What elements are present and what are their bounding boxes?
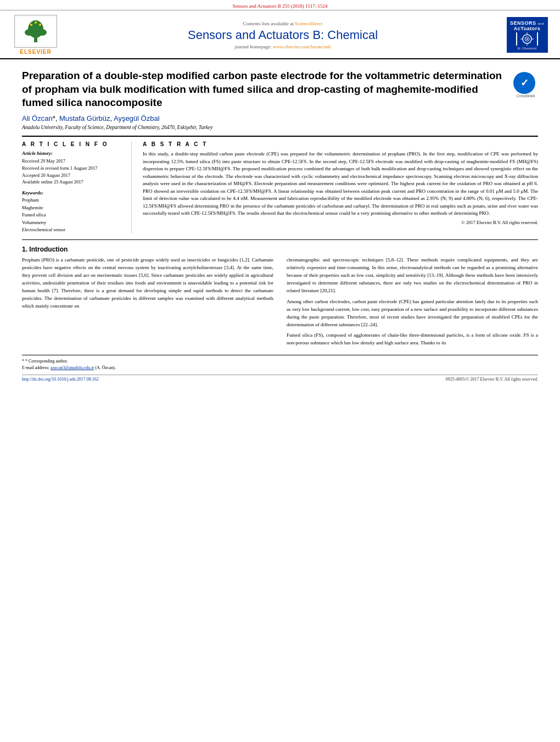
article-title-section: Preparation of a double-step modified ca… — [22, 69, 538, 110]
journal-homepage: journal homepage: www.elsevier.com/locat… — [66, 44, 500, 49]
svg-point-4 — [38, 29, 47, 36]
journal-title: Sensors and Actuators B: Chemical — [66, 28, 500, 42]
svg-point-7 — [39, 24, 41, 26]
author-ozcan[interactable]: Ali Özcan — [22, 114, 53, 122]
introduction-section: 1. Introduction Propham (PRO) is a carba… — [22, 246, 538, 350]
svg-text:✓: ✓ — [520, 77, 529, 88]
keywords-list: Propham Maghemite Fumed silica Voltammet… — [22, 197, 126, 234]
svg-point-3 — [25, 29, 33, 36]
copyright-text: © 2017 Elsevier B.V. All rights reserved… — [143, 220, 538, 225]
footnote-section: * * Corresponding author. E-mail address… — [22, 355, 538, 371]
sensors-actuators-logo: SENSORS andAcTuators B: Chemical — [505, 17, 549, 53]
svg-point-5 — [30, 24, 32, 26]
bottom-bar: http://dx.doi.org/10.1016/j.snb.2017.08.… — [22, 375, 538, 382]
keyword-3: Voltammetry — [22, 219, 126, 227]
crossmark-badge: ✓ CrossMark — [513, 72, 538, 97]
journal-header: ELSEVIER Contents lists available at Sci… — [0, 10, 560, 59]
issn-text: 0925-4005/© 2017 Elsevier B.V. All right… — [446, 377, 538, 382]
footnote-corresponding: * * Corresponding author. — [22, 358, 538, 365]
abstract-header: A B S T R A C T — [143, 141, 538, 147]
elsevier-text: ELSEVIER — [20, 49, 51, 55]
intro-para-right-2: Fumed silica (FS), composed of agglomera… — [287, 332, 538, 347]
author-gurbuz[interactable]: Mustafa Gürbüz — [59, 114, 110, 122]
crossmark-label: CrossMark — [513, 94, 538, 98]
journal-center: Contents lists available at ScienceDirec… — [60, 21, 505, 49]
sensors-logo-box: SENSORS andAcTuators B: Chemical — [507, 17, 548, 53]
abstract-col: A B S T R A C T In this study, a double-… — [143, 141, 538, 234]
section-divider — [22, 239, 538, 240]
keyword-0: Propham — [22, 197, 126, 204]
intro-right-col: chromatographic and spectroscopic techni… — [287, 256, 538, 350]
section-title: 1. Introduction — [22, 246, 538, 253]
email-name: (A. Özcan). — [95, 365, 116, 370]
intro-body: Propham (PRO) is a carbamate pesticide, … — [22, 256, 538, 350]
email-label: E-mail address: — [22, 365, 49, 370]
article-info-col: A R T I C L E I N F O Article history: R… — [22, 141, 132, 234]
main-content: Preparation of a double-step modified ca… — [0, 59, 560, 387]
homepage-link[interactable]: www.elsevier.com/locate/snb — [273, 44, 331, 49]
footnote-corresponding-text: * Corresponding author. — [25, 359, 68, 364]
history-label: Article history: — [22, 150, 126, 156]
article-info-header: A R T I C L E I N F O — [22, 141, 126, 147]
crossmark-circle: ✓ — [513, 72, 535, 94]
page: Sensors and Actuators B 255 (2018) 1517–… — [0, 0, 560, 742]
intro-para-0: Propham (PRO) is a carbamate pesticide, … — [22, 256, 273, 310]
history-item-0: Received 29 May 2017 — [22, 158, 126, 165]
sensors-logo-image — [516, 32, 538, 46]
authors-line: Ali Özcan*, Mustafa Gürbüz, Ayşegül Özba… — [22, 114, 538, 122]
journal-reference-bar: Sensors and Actuators B 255 (2018) 1517–… — [0, 0, 560, 10]
svg-point-6 — [35, 21, 37, 24]
keyword-4: Electrochemical sensor — [22, 226, 126, 234]
abstract-text: In this study, a double-step modified ca… — [143, 150, 538, 217]
author-ozbal[interactable]: Ayşegül Özbal — [114, 114, 160, 122]
authors-text: Ali Özcan*, Mustafa Gürbüz, Ayşegül Özba… — [22, 114, 160, 122]
intro-left-col: Propham (PRO) is a carbamate pesticide, … — [22, 256, 273, 350]
elsevier-logo: ELSEVIER — [11, 15, 60, 55]
doi-link[interactable]: http://dx.doi.org/10.1016/j.snb.2017.08.… — [22, 377, 99, 382]
keywords-label: Keywords: — [22, 190, 126, 196]
history-item-2: Accepted 20 August 2017 — [22, 172, 126, 179]
journal-ref-text: Sensors and Actuators B 255 (2018) 1517–… — [233, 3, 328, 9]
science-direct-line: Contents lists available at ScienceDirec… — [66, 21, 500, 26]
footnote-email-line: E-mail address: aozcan3@anadolu.edu.tr (… — [22, 365, 538, 371]
sensors-logo-sub: B: Chemical — [518, 47, 537, 50]
history-list: Received 29 May 2017 Received in revised… — [22, 158, 126, 186]
affiliation: Anadolu University, Faculty of Science, … — [22, 125, 538, 130]
article-title: Preparation of a double-step modified ca… — [22, 69, 513, 110]
keyword-1: Maghemite — [22, 204, 126, 212]
email-link[interactable]: aozcan3@anadolu.edu.tr — [51, 365, 94, 370]
intro-para-right-1: Among other carbon electrodes, carbon pa… — [287, 298, 538, 329]
intro-para-right-0: chromatographic and spectroscopic techni… — [287, 256, 538, 295]
history-item-1: Received in revised form 1 August 2017 — [22, 165, 126, 172]
article-info-abstract: A R T I C L E I N F O Article history: R… — [22, 136, 538, 234]
elsevier-logo-box — [14, 15, 57, 48]
sensors-logo-title: SENSORS andAcTuators — [510, 20, 544, 31]
elsevier-logo-svg — [16, 17, 55, 46]
history-item-3: Available online 25 August 2017 — [22, 178, 126, 186]
svg-point-11 — [527, 38, 528, 40]
keyword-2: Fumed silica — [22, 211, 126, 219]
homepage-label: journal homepage: — [235, 44, 272, 49]
